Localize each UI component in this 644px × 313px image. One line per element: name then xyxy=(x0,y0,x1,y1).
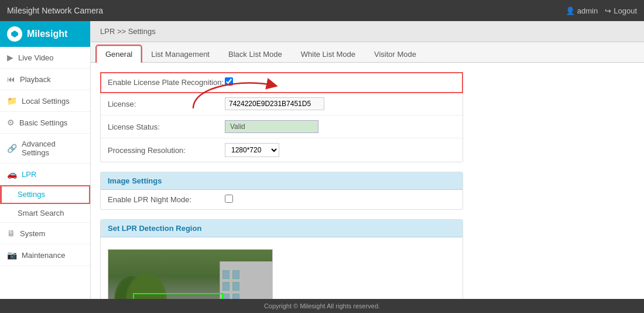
tab-visitor-mode[interactable]: Visitor Mode xyxy=(365,46,425,62)
logout-link[interactable]: ↪ Logout xyxy=(605,6,637,15)
tab-bar: General List Management Black List Mode … xyxy=(91,42,644,63)
enable-label: Enable License Plate Recognition: xyxy=(108,78,225,87)
tab-white-list[interactable]: White List Mode xyxy=(292,46,364,62)
app-title: Milesight Network Camera xyxy=(7,6,103,15)
license-input[interactable] xyxy=(225,97,324,110)
license-value xyxy=(225,97,455,110)
sidebar-label-system: System xyxy=(20,229,45,238)
sidebar-item-lpr[interactable]: 🚗 LPR xyxy=(0,164,90,185)
license-row: License: xyxy=(101,93,463,115)
tab-general[interactable]: General xyxy=(97,46,141,63)
enable-checkbox[interactable] xyxy=(225,77,233,86)
enable-night-row: Enable LPR Night Mode: xyxy=(101,190,463,209)
system-icon: 🖥 xyxy=(7,229,15,238)
sidebar-item-playback[interactable]: ⏮ Playback xyxy=(0,69,90,90)
footer-copyright: Copyright © Milesight All rights reserve… xyxy=(264,302,380,309)
playback-icon: ⏮ xyxy=(7,74,15,84)
svg-marker-0 xyxy=(11,30,18,38)
local-settings-icon: 📁 xyxy=(7,96,17,106)
advanced-settings-icon: 🔗 xyxy=(7,144,17,153)
user-icon: 👤 xyxy=(566,6,575,15)
enable-night-label: Enable LPR Night Mode: xyxy=(108,195,225,204)
sidebar: Milesight ▶ Live Video ⏮ Playback 📁 Loca… xyxy=(0,21,91,299)
sidebar-subitem-settings[interactable]: Settings xyxy=(0,185,90,204)
processing-resolution-label: Processing Resolution: xyxy=(108,146,225,155)
basic-settings-icon: ⚙ xyxy=(7,118,15,127)
processing-resolution-value: 1280*720 640*360 1920*1080 xyxy=(225,143,455,157)
lpr-image: Video: 1280*720 FrameRate: 25fps Current… xyxy=(108,250,272,299)
license-settings-section: Enable License Plate Recognition: Licens… xyxy=(100,72,463,162)
sidebar-label-advanced-settings: Advanced Settings xyxy=(22,140,83,157)
username: admin xyxy=(577,6,598,15)
enable-value xyxy=(225,77,455,87)
sidebar-item-system[interactable]: 🖥 System xyxy=(0,223,90,244)
footer: Copyright © Milesight All rights reserve… xyxy=(0,299,644,313)
image-settings-title: Image Settings xyxy=(101,172,463,190)
lpr-icon: 🚗 xyxy=(7,169,17,179)
sidebar-label-local-settings: Local Settings xyxy=(22,97,70,106)
sidebar-item-basic-settings[interactable]: ⚙ Basic Settings xyxy=(0,112,90,134)
processing-resolution-select[interactable]: 1280*720 640*360 1920*1080 xyxy=(225,143,279,157)
topbar: Milesight Network Camera 👤 admin ↪ Logou… xyxy=(0,0,644,21)
topbar-right: 👤 admin ↪ Logout xyxy=(566,6,637,15)
main-layout: Milesight ▶ Live Video ⏮ Playback 📁 Loca… xyxy=(0,21,644,299)
lpr-region-title: Set LPR Detection Region xyxy=(101,220,463,237)
sidebar-item-advanced-settings[interactable]: 🔗 Advanced Settings xyxy=(0,134,90,164)
maintenance-icon: 📷 xyxy=(7,250,17,260)
live-video-icon: ▶ xyxy=(7,53,13,62)
sidebar-label-live-video: Live Video xyxy=(18,53,53,62)
sidebar-subitem-settings-label: Settings xyxy=(18,190,45,199)
lpr-region-section: Set LPR Detection Region xyxy=(100,219,463,299)
content-area: LPR >> Settings General List Management … xyxy=(91,21,644,299)
enable-lpr-row: Enable License Plate Recognition: xyxy=(101,73,463,93)
logout-icon: ↪ xyxy=(605,6,611,15)
tab-black-list[interactable]: Black List Mode xyxy=(220,46,291,62)
breadcrumb: LPR >> Settings xyxy=(91,21,644,42)
enable-night-value xyxy=(225,195,455,205)
detection-box xyxy=(133,293,223,299)
license-label: License: xyxy=(108,100,225,108)
logo-icon xyxy=(7,26,22,42)
sidebar-label-basic-settings: Basic Settings xyxy=(19,118,67,127)
license-status-value: Valid xyxy=(225,120,455,133)
license-status-label: License Status: xyxy=(108,123,225,131)
sidebar-logo: Milesight xyxy=(0,21,90,47)
sidebar-subitem-smart-search[interactable]: Smart Search xyxy=(0,204,90,223)
lpr-image-wrapper: Video: 1280*720 FrameRate: 25fps Current… xyxy=(101,237,463,299)
sidebar-label-maintenance: Maintenance xyxy=(22,251,65,260)
sidebar-subitem-smart-search-label: Smart Search xyxy=(18,209,64,217)
user-link[interactable]: 👤 admin xyxy=(566,6,598,15)
enable-night-checkbox[interactable] xyxy=(225,195,233,203)
status-badge: Valid xyxy=(225,120,318,133)
sidebar-label-playback: Playback xyxy=(20,75,51,84)
sidebar-item-live-video[interactable]: ▶ Live Video xyxy=(0,47,90,69)
sidebar-item-maintenance[interactable]: 📷 Maintenance xyxy=(0,244,90,266)
logout-label: Logout xyxy=(614,6,637,15)
lpr-image-container[interactable]: Video: 1280*720 FrameRate: 25fps Current… xyxy=(108,249,273,299)
sidebar-label-lpr: LPR xyxy=(22,170,36,179)
logo-text: Milesight xyxy=(27,29,67,39)
sidebar-item-local-settings[interactable]: 📁 Local Settings xyxy=(0,90,90,112)
tab-list-management[interactable]: List Management xyxy=(142,46,218,62)
processing-resolution-row: Processing Resolution: 1280*720 640*360 … xyxy=(101,138,463,162)
content-scroll: Enable License Plate Recognition: Licens… xyxy=(91,63,644,299)
license-status-row: License Status: Valid xyxy=(101,115,463,138)
image-settings-section: Image Settings Enable LPR Night Mode: xyxy=(100,172,463,210)
